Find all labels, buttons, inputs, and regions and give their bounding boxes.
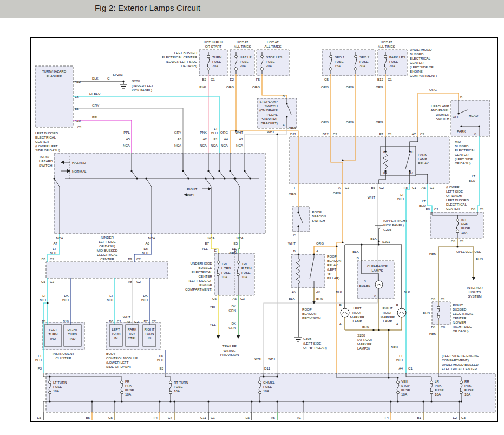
diagram-label: (AT ROOF: [357, 338, 373, 341]
junction-dot: [276, 400, 278, 402]
diagram-label: F4: [154, 416, 158, 419]
diagram-label: 10A: [464, 392, 471, 396]
diagram-label: ELECTRICAL: [97, 253, 118, 256]
fuse-symbol: [330, 68, 332, 70]
diagram-label: BLK: [289, 296, 296, 300]
junction-dot: [53, 177, 55, 179]
diagram-label: C2: [345, 186, 349, 189]
diagram-label: DK: [231, 321, 236, 325]
diagram-label: WHT: [268, 357, 276, 360]
diagram-label: (LEFT SIDE OF: [410, 65, 434, 69]
diagram-label: BEACON: [327, 259, 341, 262]
diagram-label: INT: [461, 217, 467, 221]
diagram-label: NCA: [174, 143, 182, 147]
diagram-label: E7: [205, 241, 209, 245]
diagram-label: RIGHT: [144, 327, 154, 331]
diagram-label: B1: [42, 319, 46, 323]
diagram-label: 10A: [221, 275, 228, 279]
diagram-label: BLU: [107, 298, 113, 302]
diagram-label: CONTROL MODULE: [106, 356, 138, 360]
diagram-label: FUSE: [335, 60, 344, 63]
diagram-label: (UPPER LEFT: [132, 84, 153, 88]
diagram-label: (LEFT: [327, 267, 336, 271]
fuse-symbol: [384, 55, 387, 58]
diagram-label: B5: [86, 416, 90, 419]
diagram-label: LT BLU: [89, 91, 100, 95]
diagram-label: LEFT SIDE: [446, 189, 463, 193]
diagram-label: HAZARD: [39, 159, 53, 163]
diagram-label: HOT AT: [237, 40, 248, 44]
diagram-label: ELECTRICAL: [192, 270, 213, 274]
diagram-label: OF DASH): [446, 194, 462, 197]
diagram-label: WHT: [235, 130, 243, 134]
diagram-label: WHT: [368, 195, 375, 199]
page: Fig 2: Exterior Lamps Circuit HOT IN RUN…: [0, 0, 504, 435]
int-prk-fuse-box: [430, 212, 483, 238]
diagram-label: FUSE: [266, 60, 275, 63]
diagram-label: BLK: [92, 76, 99, 80]
diagram-label: BLU: [157, 358, 163, 362]
diagram-label: BLK: [352, 249, 359, 253]
fuse-symbol: [330, 55, 332, 58]
diagram-label: CLUSTER: [56, 356, 71, 360]
diagram-label: CENTER: [199, 274, 213, 278]
diagram-label: C1: [211, 77, 215, 81]
diagram-label: B1: [417, 416, 421, 419]
diagram-label: FUSE: [53, 385, 62, 388]
mid-bussed-under-dash-box: [46, 262, 168, 278]
diagram-label: (ON BRAKE: [259, 108, 278, 112]
diagram-label: G200: [132, 79, 140, 83]
diagram-label: CENTER: [453, 316, 467, 320]
diagram-label: LT: [109, 294, 113, 298]
fuse-symbol: [169, 381, 172, 384]
fuse-symbol: [456, 219, 459, 221]
junction-dot: [233, 177, 235, 179]
junction-dot: [249, 177, 251, 179]
fuse-symbol: [49, 381, 51, 384]
lamp-symbol: [375, 281, 383, 288]
diagram-label: NCA: [207, 236, 215, 240]
diagram-label: LEFT BUSSED: [446, 198, 469, 202]
diagram-label: PRK: [464, 384, 472, 387]
diagram-label: FUSE: [461, 226, 470, 230]
diagram-label: MARKER: [350, 315, 365, 319]
diagram-label: GRN: [228, 326, 236, 329]
junction-dot: [91, 400, 93, 402]
diagram-label: ORG: [316, 241, 324, 245]
junction-dot: [342, 159, 343, 161]
junction-dot: [173, 400, 175, 402]
junction-dot: [276, 133, 278, 135]
diagram-label: B: [396, 302, 398, 306]
diagram-label: OF DASH): [99, 244, 115, 248]
diagram-label: BRN: [316, 296, 323, 300]
diagram-label: STOP LPS: [266, 55, 282, 59]
diagram-label: INSTRUMENT: [53, 352, 75, 355]
diagram-label: BLU: [142, 251, 148, 255]
diagram-label: ORG: [333, 191, 341, 195]
diagram-label: RIGHT: [453, 303, 463, 307]
diagram-label: B: [283, 94, 285, 98]
diagram-label: LT: [214, 127, 218, 130]
diagram-label: BLK: [336, 290, 343, 294]
junction-dot: [430, 400, 432, 402]
diagram-label: C5: [324, 77, 329, 81]
fuse-symbol: [437, 315, 440, 318]
diagram-label: 3: [364, 279, 366, 283]
diagram-label: NCA: [236, 143, 244, 147]
diagram-label: LT: [38, 354, 42, 358]
diagram-label: COMPARTMENT): [410, 74, 437, 77]
junction-dot: [378, 243, 379, 245]
diagram-label: F3: [38, 366, 42, 370]
diagram-label: WHT: [267, 130, 274, 134]
diagram-label: 2A: [316, 289, 320, 293]
diagram-label: B6: [109, 319, 113, 323]
diagram-label: STOP: [401, 384, 410, 387]
diagram-label: ELECTRICAL: [35, 135, 56, 139]
diagram-label: HOT AT: [267, 40, 279, 44]
fuse-symbol: [207, 68, 210, 70]
diagram-label: ORG: [289, 192, 296, 196]
diagram-label: OF DASH): [455, 161, 471, 165]
diagram-label: C2: [420, 132, 424, 136]
diagram-label: HOT IN RUN: [204, 40, 223, 44]
diagram-label: CHMSL: [263, 380, 275, 384]
